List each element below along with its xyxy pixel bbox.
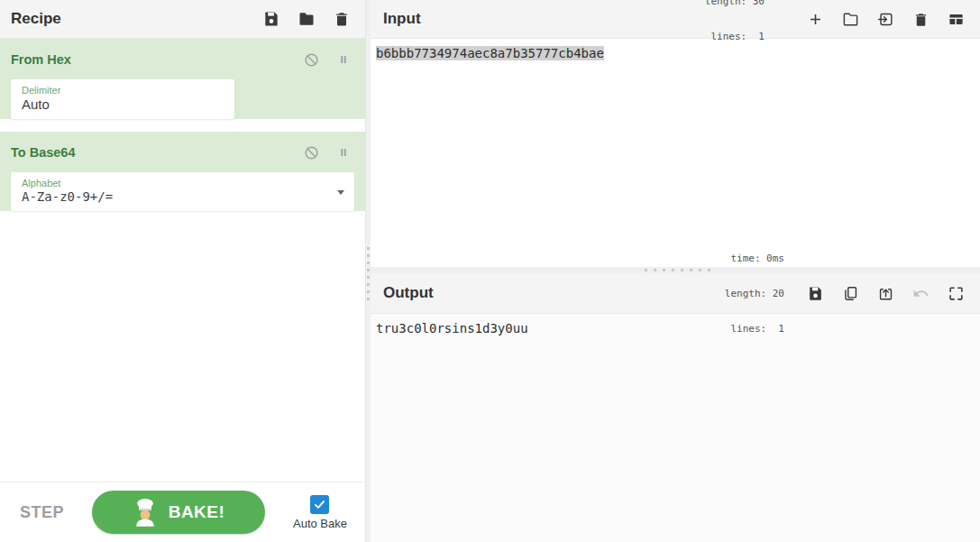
clear-recipe-button[interactable] (333, 10, 351, 28)
delimiter-dropdown[interactable]: Delimiter Auto (11, 79, 234, 119)
add-input-tab-icon (807, 11, 824, 28)
input-lines-stat: lines: 1 (705, 31, 765, 42)
load-recipe-button[interactable] (298, 10, 316, 28)
output-pane: Output time: 0ms length: 20 lines: 1 (371, 273, 980, 542)
bake-button-label: BAKE! (169, 502, 225, 522)
output-text: tru3c0l0rsins1d3y0uu (376, 321, 528, 335)
output-title: Output (383, 284, 434, 302)
splitter-handle-icon (367, 247, 370, 300)
recipe-header: Recipe (0, 0, 365, 39)
operation-header: To Base64 (0, 132, 365, 170)
add-input-tab-button[interactable] (806, 10, 824, 28)
recipe-list: From Hex Delimiter Auto (0, 39, 365, 482)
save-recipe-button[interactable] (262, 10, 280, 28)
recipe-controls: STEP BAKE! (0, 482, 365, 542)
argument-label: Alphabet (22, 178, 345, 188)
bake-button[interactable]: BAKE! (92, 491, 265, 534)
input-textarea[interactable]: b6bbb7734974aec8a7b35777cb4bae (371, 39, 980, 69)
operation-title: To Base64 (11, 145, 75, 160)
chef-icon (133, 498, 158, 527)
maximise-output-button[interactable] (947, 284, 965, 302)
undo-icon (912, 285, 930, 302)
save-output-button[interactable] (806, 284, 824, 302)
operation-header: From Hex (0, 39, 365, 78)
output-header: Output time: 0ms length: 20 lines: 1 (371, 273, 980, 314)
input-length-stat: length: 30 (705, 0, 765, 7)
recipe-title: Recipe (11, 10, 61, 28)
argument-value: A-Za-z0-9+/= (22, 189, 345, 204)
save-recipe-icon (262, 10, 280, 28)
disable-operation-icon[interactable] (302, 143, 320, 161)
save-output-icon (807, 285, 824, 302)
clear-recipe-icon (333, 10, 351, 28)
open-folder-icon (842, 11, 859, 28)
clear-io-button[interactable] (911, 10, 930, 28)
recipe-panel: Recipe (0, 0, 365, 542)
reset-layout-button[interactable] (947, 10, 965, 28)
replace-input-button[interactable] (876, 284, 894, 302)
reset-layout-icon (948, 11, 965, 28)
auto-bake-control: Auto Bake (293, 495, 347, 530)
open-file-button[interactable] (876, 10, 894, 28)
disable-operation-icon[interactable] (302, 51, 320, 69)
input-stats: length: 30 lines: 1 (705, 0, 765, 66)
recipe-header-icons (262, 10, 351, 28)
dropdown-caret-icon[interactable] (337, 190, 344, 195)
step-button[interactable]: STEP (20, 503, 64, 522)
copy-output-button[interactable] (841, 284, 859, 302)
operation-from-hex[interactable]: From Hex Delimiter Auto (0, 39, 365, 119)
input-pane: Input length: 30 lines: 1 (371, 0, 980, 267)
undo-button[interactable] (911, 284, 930, 302)
open-folder-button[interactable] (841, 10, 859, 28)
output-lines-stat: lines: 1 (719, 323, 784, 335)
auto-bake-label: Auto Bake (293, 517, 347, 530)
breakpoint-icon[interactable] (334, 51, 353, 69)
argument-value: Auto (22, 96, 225, 112)
output-length-stat: length: 20 (719, 288, 784, 299)
clear-io-icon (912, 11, 930, 28)
splitter-handle-icon (645, 269, 711, 271)
input-text[interactable]: b6bbb7734974aec8a7b35777cb4bae (376, 46, 604, 60)
open-recipe-icon (298, 10, 316, 28)
io-panel: Input length: 30 lines: 1 (371, 0, 980, 542)
output-stats: time: 0ms length: 20 lines: 1 (719, 229, 784, 358)
operation-to-base64[interactable]: To Base64 Alphabet A-Za-z0-9+/= (0, 132, 365, 211)
io-splitter[interactable] (371, 267, 980, 273)
input-title: Input (383, 10, 421, 28)
output-area[interactable]: tru3c0l0rsins1d3y0uu (371, 314, 980, 344)
auto-bake-checkbox[interactable] (310, 495, 329, 514)
alphabet-dropdown[interactable]: Alphabet A-Za-z0-9+/= (11, 172, 354, 211)
maximise-output-icon (948, 285, 965, 302)
input-header-icons (806, 10, 965, 28)
checkmark-icon (313, 498, 326, 511)
input-header: Input length: 30 lines: 1 (371, 0, 980, 39)
output-header-icons (806, 284, 965, 302)
copy-output-icon (842, 285, 859, 302)
output-time-stat: time: 0ms (719, 253, 784, 264)
argument-label: Delimiter (22, 85, 225, 96)
replace-input-icon (877, 285, 894, 302)
breakpoint-icon[interactable] (334, 143, 353, 161)
open-file-icon (877, 11, 894, 28)
operation-title: From Hex (11, 52, 71, 67)
cyberchef-app: Recipe (0, 0, 980, 542)
